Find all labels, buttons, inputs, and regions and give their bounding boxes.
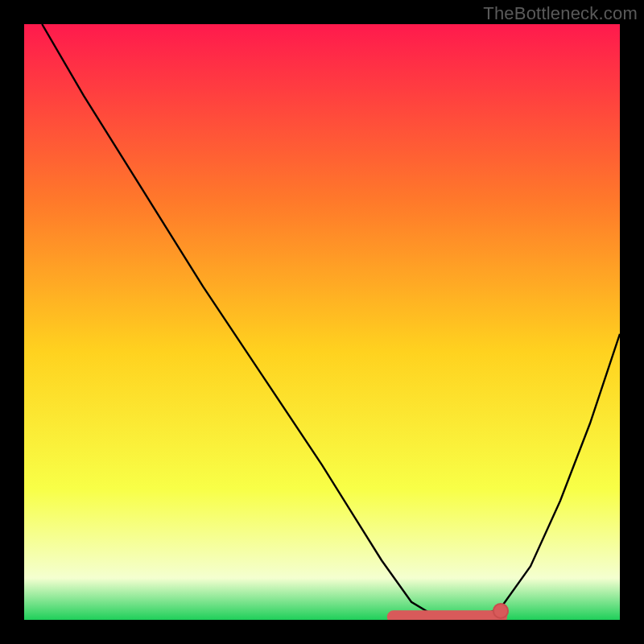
chart-frame: [24, 24, 620, 620]
watermark-text: TheBottleneck.com: [483, 3, 638, 24]
bottleneck-chart: [24, 24, 620, 620]
heat-background: [24, 24, 620, 620]
optimal-point-marker: [493, 604, 508, 618]
